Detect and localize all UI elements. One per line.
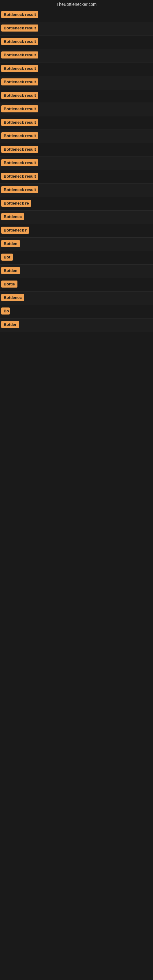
bottleneck-result-badge[interactable]: Bottler	[1, 321, 19, 328]
result-row: Bottlenec	[0, 211, 153, 224]
site-title: TheBottlenecker.com	[0, 0, 153, 9]
result-row: Bottlen	[0, 238, 153, 251]
bottleneck-result-badge[interactable]: Bot	[1, 254, 13, 261]
result-row: Bottleneck result	[0, 76, 153, 89]
result-row: Bottleneck result	[0, 22, 153, 35]
result-row: Bottle	[0, 278, 153, 291]
bottleneck-result-badge[interactable]: Bottleneck result	[1, 24, 38, 32]
bottleneck-result-badge[interactable]: Bottle	[1, 280, 18, 288]
result-row: Bottlen	[0, 265, 153, 278]
result-row: Bottleneck result	[0, 49, 153, 62]
result-row: Bottleneck re	[0, 197, 153, 211]
result-row: Bottleneck result	[0, 143, 153, 157]
bottleneck-result-badge[interactable]: Bottleneck result	[1, 51, 38, 59]
bottleneck-result-badge[interactable]: Bottleneck result	[1, 132, 38, 139]
result-row: Bottleneck result	[0, 170, 153, 184]
bottleneck-result-badge[interactable]: Bottlen	[1, 267, 20, 274]
result-row: Bottleneck r	[0, 224, 153, 238]
result-row: Bottleneck result	[0, 89, 153, 103]
result-row: Bottlenec	[0, 291, 153, 305]
bottleneck-result-badge[interactable]: Bottleneck result	[1, 119, 38, 126]
bottleneck-result-badge[interactable]: Bottleneck result	[1, 38, 38, 45]
bottleneck-result-badge[interactable]: Bo	[1, 307, 10, 315]
bottleneck-result-badge[interactable]: Bottlen	[1, 240, 20, 247]
bottleneck-result-badge[interactable]: Bottlenec	[1, 294, 24, 301]
result-row: Bottleneck result	[0, 103, 153, 116]
result-row: Bot	[0, 251, 153, 265]
bottleneck-result-badge[interactable]: Bottleneck result	[1, 65, 38, 72]
result-row: Bottleneck result	[0, 35, 153, 49]
result-row: Bottleneck result	[0, 116, 153, 130]
result-row: Bottleneck result	[0, 130, 153, 143]
bottleneck-result-badge[interactable]: Bottleneck result	[1, 78, 38, 86]
bottleneck-result-badge[interactable]: Bottleneck r	[1, 227, 29, 234]
bottleneck-result-badge[interactable]: Bottleneck result	[1, 105, 38, 112]
bottleneck-result-badge[interactable]: Bottleneck re	[1, 200, 31, 207]
results-list: Bottleneck resultBottleneck resultBottle…	[0, 9, 153, 332]
bottleneck-result-badge[interactable]: Bottleneck result	[1, 159, 38, 166]
result-row: Bo	[0, 305, 153, 318]
result-row: Bottleneck result	[0, 9, 153, 22]
bottleneck-result-badge[interactable]: Bottleneck result	[1, 173, 38, 180]
result-row: Bottleneck result	[0, 184, 153, 197]
site-title-container: TheBottlenecker.com	[0, 0, 153, 9]
bottleneck-result-badge[interactable]: Bottleneck result	[1, 146, 38, 153]
bottleneck-result-badge[interactable]: Bottleneck result	[1, 92, 38, 99]
result-row: Bottleneck result	[0, 157, 153, 170]
bottleneck-result-badge[interactable]: Bottleneck result	[1, 11, 38, 18]
result-row: Bottler	[0, 318, 153, 332]
result-row: Bottleneck result	[0, 62, 153, 76]
bottleneck-result-badge[interactable]: Bottleneck result	[1, 186, 38, 193]
bottleneck-result-badge[interactable]: Bottlenec	[1, 213, 24, 220]
